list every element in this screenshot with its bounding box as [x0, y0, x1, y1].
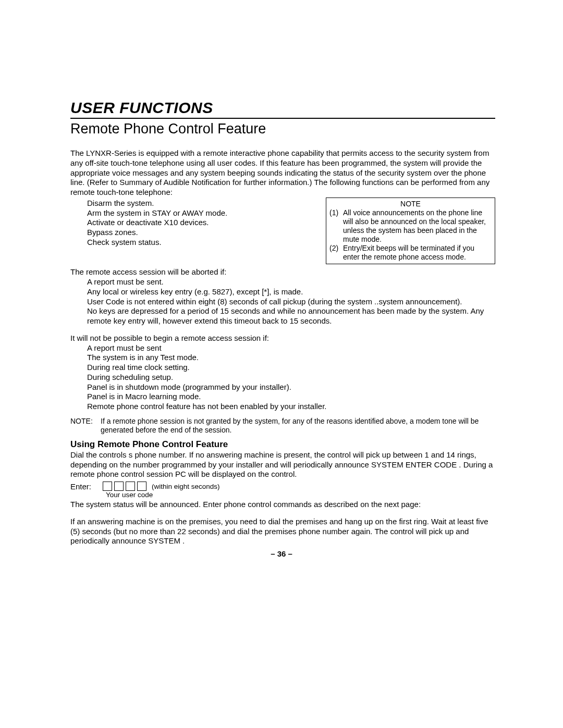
title-rule	[70, 118, 495, 119]
enter-label: Enter:	[70, 482, 100, 491]
list-item: Disarm the system.	[87, 199, 321, 208]
section-title: USER FUNCTIONS	[70, 99, 495, 117]
bottom-note: NOTE: If a remote phone session is not g…	[70, 417, 495, 435]
note-box-title: NOTE	[329, 200, 492, 208]
list-item: No keys are depressed for a period of 15…	[87, 306, 495, 326]
code-digit-box	[126, 482, 135, 491]
status-line: The system status will be announced. Ent…	[70, 500, 495, 510]
your-user-code-label: Your user code	[106, 491, 495, 499]
using-paragraph-1: Dial the controls s phone number. If no …	[70, 450, 495, 479]
bottom-note-label: NOTE:	[70, 417, 101, 435]
list-item: Any local or wireless key entry (e.g. 58…	[87, 287, 495, 297]
note-row: (2) Entry/Exit beeps will be terminated …	[329, 244, 492, 262]
list-item: Remote phone control feature has not bee…	[87, 402, 495, 412]
code-digit-box	[114, 482, 124, 491]
note-text: Entry/Exit beeps will be terminated if y…	[343, 244, 492, 262]
note-text: All voice announcements on the phone lin…	[343, 208, 492, 244]
functions-and-note-row: Disarm the system. Arm the system in STA…	[70, 199, 495, 265]
note-row: (1) All voice announcements on the phone…	[329, 208, 492, 244]
enter-code-row: Enter: (within eight seconds)	[70, 482, 495, 491]
list-item: Panel is in Macro learning mode.	[87, 392, 495, 402]
list-item: Check system status.	[87, 238, 321, 248]
intro-paragraph: The LYNXR-Series is equipped with a remo…	[70, 149, 495, 198]
abort-list: A report must be sent. Any local or wire…	[70, 277, 495, 326]
functions-column: Disarm the system. Arm the system in STA…	[70, 199, 321, 248]
code-boxes	[103, 482, 146, 491]
not-possible-intro: It will not be possible to begin a remot…	[70, 334, 495, 343]
note-number: (1)	[329, 208, 343, 244]
not-possible-list: A report must be sent The system is in a…	[70, 343, 495, 412]
page-number: – 36 –	[0, 549, 563, 558]
using-heading: Using Remote Phone Control Feature	[70, 439, 495, 450]
list-item: The system is in any Test mode.	[87, 353, 495, 363]
note-number: (2)	[329, 244, 343, 262]
page-subtitle: Remote Phone Control Feature	[70, 121, 495, 137]
abort-intro: The remote access session will be aborte…	[70, 267, 495, 277]
list-item: During scheduling setup.	[87, 373, 495, 382]
list-item: A report must be sent	[87, 343, 495, 353]
list-item: Activate or deactivate X10 devices.	[87, 218, 321, 228]
note-box: NOTE (1) All voice announcements on the …	[326, 198, 495, 265]
list-item: Bypass zones.	[87, 228, 321, 238]
bottom-note-text: If a remote phone session is not granted…	[101, 417, 495, 435]
code-digit-box	[137, 482, 146, 491]
answering-machine-paragraph: If an answering machine is on the premis…	[70, 517, 495, 546]
within-seconds-label: (within eight seconds)	[152, 483, 220, 490]
list-item: A report must be sent.	[87, 277, 495, 287]
functions-list: Disarm the system. Arm the system in STA…	[70, 199, 321, 248]
list-item: Panel is in shutdown mode (programmed by…	[87, 382, 495, 392]
code-digit-box	[103, 482, 112, 491]
list-item: During real time clock setting.	[87, 363, 495, 373]
document-page: USER FUNCTIONS Remote Phone Control Feat…	[0, 0, 563, 546]
list-item: User Code is not entered within eight (8…	[87, 297, 495, 307]
list-item: Arm the system in STAY or AWAY mode.	[87, 208, 321, 218]
